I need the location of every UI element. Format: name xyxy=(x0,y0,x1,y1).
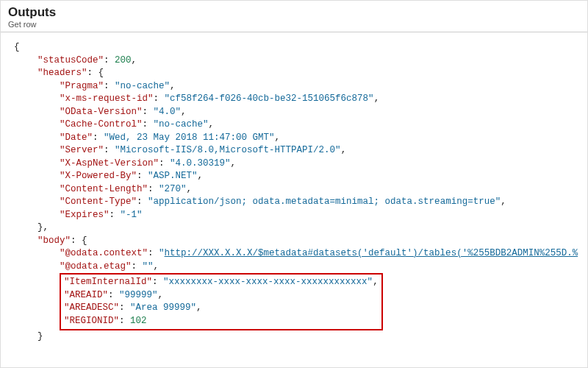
header-x-aspnet-version: "X-AspNet-Version": "4.0.30319", xyxy=(14,158,578,171)
panel-title: Outputs xyxy=(8,5,580,20)
header-content-type: "Content-Type": "application/json; odata… xyxy=(14,196,578,209)
body-open: "body": { xyxy=(14,235,578,248)
header-cache-control: "Cache-Control": "no-cache", xyxy=(14,118,578,132)
outputs-header: Outputs Get row xyxy=(1,1,587,32)
body-regionid: "REGIONID": 102 xyxy=(18,315,379,328)
body-odata-context: "@odata.context": "http://XXX.X.X.X/$met… xyxy=(14,247,578,261)
header-x-ms-request-id: "x-ms-request-id": "cf58f264-f026-40cb-b… xyxy=(14,93,578,106)
header-x-powered-by: "X-Powered-By": "ASP.NET", xyxy=(14,170,578,183)
header-pragma: "Pragma": "no-cache", xyxy=(14,80,578,93)
body-areaid: "AREAID": "99999", xyxy=(18,289,379,302)
header-content-length: "Content-Length": "270", xyxy=(14,183,578,197)
headers-close: }, xyxy=(14,222,578,235)
body-item-internal-id: "ItemInternalId": "xxxxxxxx-xxxx-xxxx-xx… xyxy=(18,276,379,289)
odata-context-link[interactable]: http://XXX.X.X.X/$metadata#datasets('def… xyxy=(165,248,578,258)
header-odata-version: "OData-Version": "4.0", xyxy=(14,106,578,119)
headers-open: "headers": { xyxy=(14,67,578,80)
body-areadesc: "AREADESC": "Area 99999", xyxy=(18,302,379,315)
body-close: } xyxy=(14,330,578,344)
panel-subtitle: Get row xyxy=(8,20,580,29)
highlighted-result-rows: "ItemInternalId": "xxxxxxxx-xxxx-xxxx-xx… xyxy=(60,273,383,330)
body-odata-etag: "@odata.etag": "", xyxy=(14,261,578,274)
header-expires: "Expires": "-1" xyxy=(14,209,578,222)
json-output: { "statusCode": 200, "headers": { "Pragm… xyxy=(1,32,587,353)
status-code-row: "statusCode": 200, xyxy=(14,54,578,68)
brace-open: { xyxy=(14,41,578,54)
header-date: "Date": "Wed, 23 May 2018 11:47:00 GMT", xyxy=(14,132,578,145)
header-server: "Server": "Microsoft-IIS/8.0,Microsoft-H… xyxy=(14,144,578,158)
